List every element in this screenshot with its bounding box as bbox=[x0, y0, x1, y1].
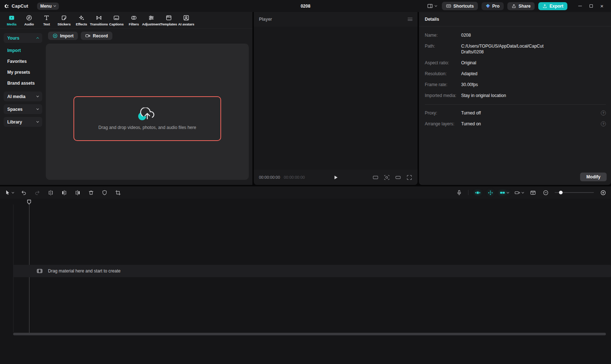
zoom-in-button[interactable] bbox=[599, 189, 607, 197]
close-icon: × bbox=[600, 3, 604, 9]
help-icon[interactable]: ? bbox=[601, 110, 606, 116]
chevron-down-icon bbox=[36, 120, 39, 123]
sidebar-item-brand-assets[interactable]: Brand assets bbox=[4, 78, 42, 89]
detail-label: Arrange layers: bbox=[425, 121, 461, 127]
auto-ripple-toggle[interactable] bbox=[474, 189, 481, 197]
modify-button[interactable]: Modify bbox=[580, 173, 607, 181]
tab-stickers[interactable]: Stickers bbox=[55, 13, 73, 28]
play-button[interactable] bbox=[333, 175, 339, 180]
titlebar-actions: Shortcuts Pro Share bbox=[426, 1, 607, 11]
playhead[interactable] bbox=[27, 199, 32, 206]
resolution-icon[interactable] bbox=[395, 174, 401, 181]
audio-icon bbox=[26, 15, 32, 21]
canvas-ratio-icon[interactable] bbox=[372, 174, 379, 181]
detail-label: Imported media: bbox=[425, 93, 461, 98]
adjustment-icon bbox=[148, 15, 155, 21]
split-button[interactable] bbox=[47, 189, 54, 197]
detail-row-proxy: Proxy: Turned off ? bbox=[425, 110, 606, 116]
fullscreen-icon[interactable] bbox=[406, 174, 412, 181]
share-button[interactable]: Share bbox=[507, 2, 535, 10]
pro-button[interactable]: Pro bbox=[482, 2, 504, 10]
sidebar-item-favorites[interactable]: Favorites bbox=[4, 56, 42, 67]
import-button[interactable]: Import bbox=[48, 32, 78, 40]
select-tool-button[interactable] bbox=[4, 189, 14, 197]
tab-filters[interactable]: Filters bbox=[125, 13, 143, 28]
timeline-empty-hint: Drag material here and start to create bbox=[48, 268, 120, 274]
help-icon[interactable]: ? bbox=[601, 121, 606, 126]
plus-circle-icon bbox=[52, 33, 58, 39]
detail-label: Resolution: bbox=[425, 71, 461, 77]
timeline-area[interactable]: Drag material here and start to create bbox=[0, 199, 611, 364]
minimize-button[interactable] bbox=[575, 1, 586, 11]
transitions-icon bbox=[96, 15, 102, 21]
sidebar-item-import[interactable]: Import bbox=[4, 45, 42, 56]
drag-drop-zone[interactable]: Drag and drop videos, photos, and audio … bbox=[73, 96, 221, 141]
crop-button[interactable] bbox=[114, 189, 121, 197]
media-grid-area: Drag and drop videos, photos, and audio … bbox=[46, 44, 249, 180]
sidebar-group-label: Spaces bbox=[7, 107, 23, 112]
export-button[interactable]: Export bbox=[538, 2, 567, 10]
tab-label: Effects bbox=[76, 22, 87, 26]
timeline-options bbox=[455, 189, 607, 197]
track-options-button[interactable] bbox=[514, 189, 524, 197]
media-content: Import Record bbox=[46, 29, 249, 181]
tab-media[interactable]: Media bbox=[3, 13, 20, 28]
sidebar-group-ai-media[interactable]: AI media bbox=[4, 92, 42, 101]
menu-button[interactable]: Menu bbox=[37, 3, 59, 10]
tab-ai-avatars[interactable]: AI avatars bbox=[177, 13, 195, 28]
player-viewport[interactable] bbox=[254, 27, 418, 170]
tab-templates[interactable]: Templates bbox=[160, 13, 177, 28]
zoom-knob[interactable] bbox=[559, 191, 563, 194]
chevron-down-icon bbox=[36, 95, 39, 97]
crop-icon bbox=[115, 190, 121, 196]
layout-icon bbox=[427, 3, 433, 9]
timeline-zoom-slider[interactable] bbox=[555, 189, 594, 196]
sidebar-group-library[interactable]: Library bbox=[4, 117, 42, 127]
tab-label: Media bbox=[7, 22, 16, 26]
menu-label: Menu bbox=[40, 4, 52, 9]
voiceover-button[interactable] bbox=[455, 189, 463, 197]
share-icon bbox=[511, 4, 516, 9]
tab-audio[interactable]: Audio bbox=[20, 13, 38, 28]
sidebar-item-my-presets[interactable]: My presets bbox=[4, 67, 42, 78]
sidebar-group-spaces[interactable]: Spaces bbox=[4, 104, 42, 114]
zoom-out-button[interactable] bbox=[542, 189, 549, 197]
close-button[interactable]: × bbox=[596, 1, 607, 11]
preview-quality-button[interactable] bbox=[529, 189, 536, 197]
sidebar-section-yours[interactable]: Yours bbox=[4, 33, 42, 43]
empty-track-strip[interactable]: Drag material here and start to create bbox=[13, 265, 611, 277]
fit-zoom-icon[interactable] bbox=[384, 174, 390, 181]
delete-right-button[interactable] bbox=[74, 189, 81, 197]
scrollbar-thumb[interactable] bbox=[13, 333, 606, 335]
linking-toggle[interactable] bbox=[499, 189, 509, 197]
tab-text[interactable]: Text bbox=[38, 13, 55, 28]
shortcuts-button[interactable]: Shortcuts bbox=[442, 2, 478, 10]
delete-button[interactable] bbox=[87, 189, 95, 197]
undo-icon bbox=[21, 190, 27, 196]
capcut-logo-icon bbox=[4, 3, 9, 9]
tab-label: Captions bbox=[109, 22, 124, 26]
player-menu-icon[interactable] bbox=[408, 18, 412, 21]
tab-captions[interactable]: Captions bbox=[108, 13, 125, 28]
tab-label: Text bbox=[43, 22, 50, 26]
detail-label: Aspect ratio: bbox=[425, 60, 461, 66]
track-icon bbox=[514, 190, 520, 196]
record-button[interactable]: Record bbox=[81, 32, 112, 40]
maximize-button[interactable] bbox=[586, 1, 596, 11]
tab-adjustment[interactable]: Adjustment bbox=[143, 13, 160, 28]
delete-left-button[interactable] bbox=[60, 189, 68, 197]
detail-value: Adapted bbox=[461, 71, 478, 77]
snapping-toggle[interactable] bbox=[487, 189, 494, 197]
tab-effects[interactable]: Effects bbox=[73, 13, 90, 28]
undo-button[interactable] bbox=[20, 189, 27, 197]
record-label: Record bbox=[93, 33, 108, 39]
layout-switch-button[interactable] bbox=[426, 3, 438, 9]
redo-button[interactable] bbox=[33, 189, 41, 197]
tab-label: Transitions bbox=[90, 22, 108, 26]
player-header: Player bbox=[254, 12, 418, 27]
tab-transitions[interactable]: Transitions bbox=[90, 13, 108, 28]
timeline-scrollbar[interactable] bbox=[13, 333, 606, 335]
tab-label: Filters bbox=[129, 22, 139, 26]
import-label: Import bbox=[60, 33, 73, 39]
mask-button[interactable] bbox=[101, 189, 108, 197]
